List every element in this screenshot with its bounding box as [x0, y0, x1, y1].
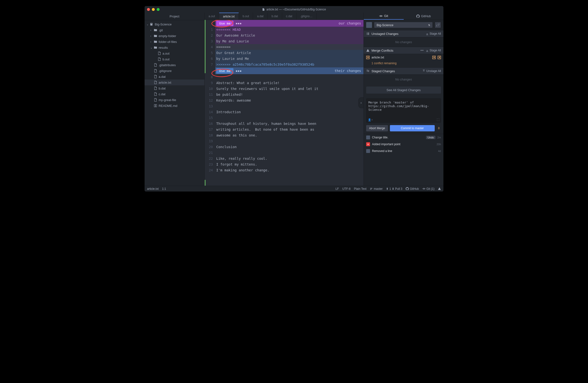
editor-tab[interactable]: a.out [205, 13, 219, 20]
tree-item[interactable]: .gitattributes [145, 62, 204, 68]
code-line[interactable] [215, 74, 363, 80]
recent-commit-row[interactable]: Removed a line4d [364, 148, 443, 155]
code-line[interactable]: be published! [215, 92, 363, 97]
code-line[interactable]: by Laurie and Me [215, 56, 363, 62]
status-eol[interactable]: LF [336, 187, 339, 191]
unstaged-header: Unstaged Changes Stage All [364, 30, 443, 37]
code-line[interactable]: >>>>>>> a2546c70bfcaca705e8c5c39e5f0a382… [215, 62, 363, 68]
code-line[interactable]: Abstract: What a great article! [215, 80, 363, 86]
status-language[interactable]: Plain Text [354, 187, 366, 191]
tree-item[interactable]: ⌄results [145, 45, 204, 50]
tree-item[interactable]: ›folder-of-files [145, 39, 204, 45]
commit-button[interactable]: Commit to master [390, 125, 435, 131]
code-line[interactable]: I forgot my mittens. [215, 161, 363, 167]
unstage-all-button[interactable]: Unstage All [422, 69, 441, 73]
tree-item[interactable]: a.out [145, 50, 204, 56]
tree-item[interactable]: README.md [145, 103, 204, 109]
recent-commit-row[interactable]: Change title.Undo2m [364, 134, 443, 141]
recent-commit-row[interactable]: +Added important point20h [364, 141, 443, 148]
dots-icon [420, 49, 424, 52]
tree-item[interactable]: c.dat [145, 91, 204, 97]
svg-rect-3 [421, 50, 421, 51]
tree-item-label: README.md [159, 104, 177, 108]
file-icon [154, 92, 157, 96]
expand-panel-button[interactable]: › [358, 97, 363, 108]
repo-select[interactable]: Big-Science ⇅ [374, 22, 433, 28]
status-branch[interactable]: master [370, 187, 383, 191]
tree-item[interactable]: article.txt [145, 80, 204, 85]
editor-tab[interactable]: article.txt [219, 13, 239, 20]
code-line[interactable]: Introduction [215, 109, 363, 115]
code-line[interactable]: Like, really really cool. [215, 156, 363, 161]
editor-tab[interactable]: b.out [239, 13, 253, 20]
expand-icon[interactable]: ⛶ [437, 118, 439, 121]
conflict-marker-icon[interactable] [432, 56, 436, 59]
nav-dots-icon[interactable]: ▪▪▪ [235, 69, 241, 73]
close-window-button[interactable] [147, 8, 150, 11]
conflict-file-row[interactable]: article.txt [364, 54, 443, 61]
tree-item[interactable]: b.out [145, 56, 204, 62]
avatar [366, 149, 370, 153]
see-all-staged-button[interactable]: See All Staged Changes [366, 87, 441, 93]
code-line[interactable] [215, 138, 363, 144]
code-line[interactable]: I'm making another change. [215, 167, 363, 173]
tab-github[interactable]: GitHub [404, 13, 444, 20]
minimize-window-button[interactable] [152, 8, 155, 11]
code-line[interactable]: Conclusion [215, 144, 363, 150]
staged-empty: No changes [364, 75, 443, 84]
editor-body[interactable]: 123456789101112131415161718192021222324 … [205, 20, 363, 186]
tree-item[interactable]: .gitignore [145, 68, 204, 74]
add-coauthor-icon[interactable]: 👤+ [368, 118, 373, 121]
code-line[interactable]: awesome as this one. [215, 132, 363, 138]
use-me-ours-button[interactable]: Use me [216, 21, 233, 26]
code-line[interactable]: by Me and Laurie [215, 38, 363, 44]
status-sync[interactable]: ⬆ 1 ⬇ Pull 3 [386, 187, 402, 191]
undo-button[interactable]: Undo [426, 136, 435, 139]
abort-merge-button[interactable]: Abort Merge [366, 125, 388, 131]
code-line[interactable]: <<<<<<< HEAD [215, 27, 363, 32]
maximize-window-button[interactable] [157, 8, 160, 11]
editor-tab[interactable]: b.dat [268, 13, 282, 20]
tree-item[interactable]: a.dat [145, 74, 204, 80]
code-line[interactable]: Our Great Article [215, 50, 363, 56]
code-line[interactable]: Our Awesome Article [215, 32, 363, 38]
conflict-marker-icon[interactable] [438, 56, 441, 59]
tab-git[interactable]: Git [364, 13, 404, 20]
nav-dots-icon[interactable]: ▪▪▪ [235, 21, 241, 25]
stage-all-conflicts-button[interactable]: Stage All [426, 49, 441, 52]
line-number: 5 [206, 50, 213, 56]
tree-item[interactable]: ›empty-folder [145, 33, 204, 39]
file-icon [158, 57, 161, 61]
editor-tab[interactable]: .gitigno… [296, 13, 317, 20]
code-line[interactable]: Surely the reviewers will smile upon it … [215, 86, 363, 92]
code-line[interactable] [215, 103, 363, 109]
tree-root[interactable]: ⌄ Big-Science [145, 21, 204, 27]
code-line[interactable] [215, 115, 363, 121]
use-me-theirs-button[interactable]: Use me [216, 68, 233, 74]
chevron-icon: › [150, 41, 152, 43]
code-line[interactable]: Keywords: awesome [215, 97, 363, 103]
refresh-button[interactable] [435, 22, 441, 28]
code-line[interactable]: ======= [215, 44, 363, 50]
status-cursor-pos[interactable]: 1:1 [162, 187, 166, 191]
recent-commits: Change title.Undo2m+Added important poin… [364, 134, 443, 155]
editor-tab[interactable]: c.dat [282, 13, 296, 20]
tree-item[interactable]: ›.git [145, 27, 204, 33]
line-number: 10 [206, 86, 213, 92]
status-github[interactable]: GitHub [406, 187, 419, 191]
status-warning[interactable] [438, 187, 441, 190]
code-line[interactable]: writing articles. But none of them have … [215, 127, 363, 132]
status-encoding[interactable]: UTF-8 [342, 187, 350, 191]
stage-all-button[interactable]: Stage All [426, 32, 441, 35]
code-line[interactable]: Throughout all of history, human beings … [215, 121, 363, 127]
status-git[interactable]: Git (1) [422, 187, 435, 191]
commit-message-input[interactable]: Merge branch 'master' of https://github.… [366, 98, 441, 123]
editor-tab[interactable]: a.dat [253, 13, 268, 20]
line-number: 21 [206, 150, 213, 156]
tree-item[interactable]: b.dat [145, 85, 204, 91]
tree-item[interactable]: my-great-file [145, 97, 204, 103]
status-file[interactable]: article.txt [147, 187, 159, 191]
commit-time: 2m [437, 136, 441, 139]
code-line[interactable] [215, 150, 363, 156]
line-number: 14 [206, 109, 213, 115]
